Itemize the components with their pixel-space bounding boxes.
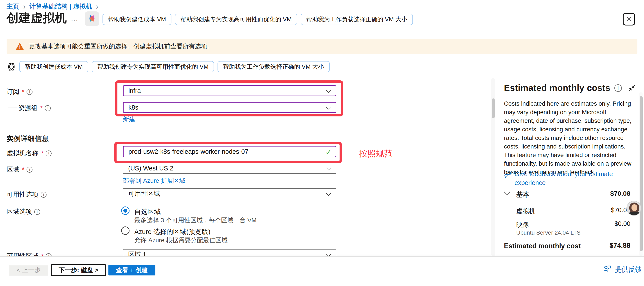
create-new-link[interactable]: 新建 [123,115,135,123]
suggestion-high-availability-vm[interactable]: 帮助我创建专为实现高可用性而优化的 VM [92,61,214,72]
cost-row-value: $70.08 [586,206,630,214]
panel-divider [496,78,496,256]
vm-name-input[interactable] [123,146,336,157]
next-step-disks-button[interactable]: 下一步: 磁盘 > [51,264,106,276]
chevron-down-icon [326,104,331,111]
radio-label[interactable]: Azure 选择的区域(预览版) [134,227,210,236]
info-icon[interactable]: i [26,167,32,173]
previous-step-button[interactable]: < 上一步 [9,265,48,275]
copilot-outline-icon [6,62,17,72]
warning-text: 更改基本选项可能会重置所做的选择。创建虚拟机前查看所有选项。 [29,42,213,51]
breadcrumb-item-virtual-machines[interactable]: 计算基础结构 | 虚拟机 [30,2,92,11]
cost-total-label: Estimated monthly cost [504,242,581,250]
section-title-instance-details: 实例详细信息 [6,134,49,144]
region-select[interactable]: (US) West US 2 [123,163,336,174]
cost-panel-description: Costs indicated here are estimates only.… [504,99,632,176]
radio-label[interactable]: 自选区域 [134,207,161,216]
availability-zone-label: 可用性区域* i [6,252,52,256]
cost-row-label: 虚拟机 [516,207,535,216]
chevron-right-icon: › [23,2,26,12]
suggestion-high-availability-vm[interactable]: 帮助我创建专为实现高可用性而优化的 VM [175,14,297,25]
info-icon[interactable]: i [46,150,52,156]
close-button[interactable]: ✕ [623,13,635,26]
breadcrumb-item-home[interactable]: 主页 [6,2,19,11]
resource-group-select[interactable]: k8s [123,102,336,113]
main-scrollbar[interactable] [491,78,495,256]
region-label: 区域* i [6,165,32,174]
collapse-panel-button[interactable] [627,84,636,93]
cost-panel-title: Estimated monthly costs i [504,83,622,93]
info-icon[interactable]: i [40,192,46,198]
copilot-suggestions-header: 帮助我创建低成本 VM 帮助我创建专为实现高可用性而优化的 VM 帮助我为工作负… [102,14,413,25]
info-icon[interactable]: i [614,84,622,92]
suggestion-right-vm-size[interactable]: 帮助我为工作负载选择正确的 VM 大小 [218,61,330,72]
give-feedback-link[interactable]: 提供反馈 [603,265,642,274]
warning-icon: ! [16,43,24,50]
suggestion-right-vm-size[interactable]: 帮助我为工作负载选择正确的 VM 大小 [301,14,413,25]
person-feedback-icon [603,265,612,274]
estimate-feedback-link[interactable]: Give feedback about your estimate experi… [504,170,632,187]
chevron-down-icon [326,87,331,94]
chevron-down-icon [326,251,331,256]
radio-desc: 最多选择 3 个可用性区域，每个区域一台 VM [134,216,256,224]
cost-row-value: $0.00 [586,220,630,227]
availability-zone-row-clipped: 可用性区域* i 区域 1 [0,248,491,256]
more-options-button[interactable]: … [71,15,79,23]
page-title: 创建虚拟机 [6,10,67,26]
copilot-button[interactable] [85,12,99,26]
annotation-note: 按照规范 [359,148,392,159]
close-icon: ✕ [626,15,632,23]
availability-options-label: 可用性选项 i [6,190,46,199]
avatar[interactable] [626,201,641,216]
subscription-select[interactable]: infra [123,85,336,96]
cost-group-value: $70.08 [586,190,630,197]
tree-connector [8,97,8,107]
info-icon[interactable]: i [26,89,32,95]
cost-row-label: 映像 [516,220,529,229]
info-icon[interactable]: i [34,209,40,215]
warning-banner: ! 更改基本选项可能会重置所做的选择。创建虚拟机前查看所有选项。 [6,39,638,54]
chevron-down-icon [326,165,331,172]
chevron-right-icon: › [96,2,98,12]
radio-desc: 允许 Azure 根据需要分配最佳区域 [134,236,228,244]
radio-self-selected-zones[interactable] [121,206,130,215]
avatar-body [629,212,640,216]
copilot-icon [87,14,96,24]
avatar-face [632,204,637,211]
suggestion-low-cost-vm[interactable]: 帮助我创建低成本 VM [19,61,88,72]
chevron-down-icon [326,190,331,197]
main-scrollbar-thumb[interactable] [492,98,495,118]
tree-connector [8,107,17,107]
panel-scrollbar[interactable] [639,92,643,256]
review-create-button[interactable]: 查看 + 创建 [108,265,156,275]
availability-zone-select[interactable]: 区域 1 [123,249,336,256]
collapse-icon [628,89,636,93]
info-icon[interactable]: i [45,105,51,111]
zone-options-label: 区域选项 i [6,207,40,216]
cost-group-label[interactable]: 基本 [516,190,530,199]
footer-divider [0,256,644,256]
radio-azure-selected-zones[interactable] [121,226,130,235]
chat-bubbles-icon [504,171,512,187]
valid-check-icon: ✓ [325,148,332,157]
panel-scrollbar-thumb[interactable] [640,96,643,251]
cost-total-value: $74.88 [586,242,630,249]
info-icon[interactable]: i [46,253,52,256]
availability-options-select[interactable]: 可用性区域 [123,188,336,199]
suggestion-low-cost-vm[interactable]: 帮助我创建低成本 VM [102,14,172,25]
deploy-edge-zone-link[interactable]: 部署到 Azure 扩展区域 [123,177,186,185]
copilot-suggestions-row: 帮助我创建低成本 VM 帮助我创建专为实现高可用性而优化的 VM 帮助我为工作负… [19,61,330,72]
breadcrumb: 主页 › 计算基础结构 | 虚拟机 › [6,2,98,11]
resource-group-label: 资源组* i [18,104,51,112]
vm-name-label: 虚拟机名称* i [6,149,52,158]
subscription-label: 订阅* i [6,87,32,96]
cost-row-sub: Ubuntu Server 24.04 LTS [516,229,580,236]
group-chevron-icon[interactable] [504,192,510,196]
